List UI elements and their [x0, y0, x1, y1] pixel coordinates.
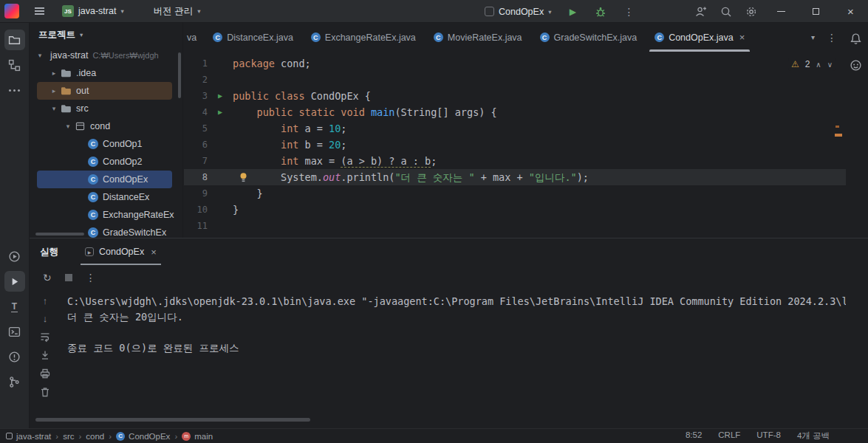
code-line-4[interactable]: 4▶ public static void main(String[] args… — [184, 104, 846, 120]
editor-tab-GradeSwitchEx.java[interactable]: CGradeSwitchEx.java — [531, 23, 646, 52]
encoding-widget[interactable]: UTF-8 — [756, 430, 781, 442]
chevron-right-icon[interactable]: ▸ — [48, 69, 60, 77]
project-vertical-scrollbar[interactable] — [178, 52, 181, 98]
project-panel-header[interactable]: 프로젝트 ▾ — [30, 23, 182, 47]
gutter-cell — [208, 55, 233, 72]
console-output[interactable]: C:\Users\wjdgh\.jdks\openjdk-23.0.1\bin\… — [61, 289, 868, 428]
run-button[interactable]: ▶ — [560, 1, 585, 23]
structure-tool-button[interactable] — [4, 55, 25, 75]
chevron-down-icon[interactable]: ▾ — [48, 105, 60, 112]
tree-item-.idea[interactable]: ▸.idea — [30, 64, 182, 82]
print-icon[interactable] — [39, 368, 51, 380]
code-line-10[interactable]: 10} — [184, 202, 846, 218]
run-tool-button[interactable] — [4, 271, 25, 292]
console-horizontal-scrollbar[interactable] — [35, 418, 310, 422]
todo-tool-button[interactable]: T — [4, 296, 25, 317]
tree-item-cond[interactable]: ▾cond — [30, 117, 182, 135]
chevron-down-icon[interactable]: ▾ — [62, 123, 74, 130]
ai-assistant-button[interactable] — [850, 59, 862, 72]
tree-item-ExchangeRateEx[interactable]: CExchangeRateEx — [30, 206, 182, 224]
project-widget[interactable]: JS java-strat ▾ — [56, 1, 130, 21]
debug-button[interactable] — [588, 1, 613, 23]
run-more-options-icon[interactable]: ⋮ — [86, 272, 96, 284]
up-stack-icon[interactable]: ↑ — [43, 295, 48, 306]
tree-item-java-strat[interactable]: ▾java-stratC:₩Users₩wjdgh — [30, 47, 182, 64]
terminal-tool-button[interactable] — [4, 321, 25, 342]
code-token: 20 — [329, 139, 341, 151]
notifications-button[interactable] — [850, 32, 862, 45]
code-line-1[interactable]: 1package cond; — [184, 55, 846, 72]
code-line-5[interactable]: 5 int a = 10; — [184, 120, 846, 137]
breadcrumb-src[interactable]: src — [63, 432, 74, 441]
code-editor[interactable]: 1package cond;23▶public class CondOpEx {… — [184, 52, 846, 234]
line-separator-widget[interactable]: CRLF — [718, 430, 740, 442]
intention-bulb-icon[interactable] — [239, 172, 248, 182]
code-line-2[interactable]: 2 — [184, 72, 846, 88]
run-widget: CondOpEx ▾ ▶ ⋮ — [479, 0, 641, 23]
tree-item-DistanceEx[interactable]: CDistanceEx — [30, 188, 182, 206]
inspections-widget[interactable]: ⚠ 2 ∧ ∨ — [788, 58, 835, 71]
warning-icon: ⚠ — [791, 59, 799, 69]
class-icon: C — [116, 432, 125, 441]
prev-problem-icon[interactable]: ∧ — [816, 61, 821, 69]
breadcrumb-cond[interactable]: cond — [86, 432, 104, 441]
line-number: 2 — [184, 72, 208, 88]
breadcrumb-CondOpEx[interactable]: CCondOpEx — [116, 432, 170, 441]
run-tab[interactable]: ▶ CondOpEx × — [78, 238, 164, 265]
chevron-right-icon[interactable]: ▸ — [48, 87, 60, 95]
run-line-icon[interactable]: ▶ — [218, 104, 222, 120]
tree-item-CondOpEx[interactable]: CCondOpEx — [30, 171, 182, 188]
project-horizontal-scrollbar[interactable] — [35, 233, 84, 236]
indent-widget[interactable]: 4개 공백 — [797, 430, 830, 442]
run-line-icon[interactable]: ▶ — [218, 88, 222, 104]
code-line-3[interactable]: 3▶public class CondOpEx { — [184, 88, 846, 104]
search-everywhere-button[interactable] — [714, 1, 739, 23]
close-window-button[interactable]: × — [833, 1, 868, 23]
vcs-widget[interactable]: 버전 관리 ▾ — [148, 1, 207, 21]
more-tool-windows-button[interactable] — [4, 80, 25, 100]
next-problem-icon[interactable]: ∨ — [827, 61, 833, 69]
editor-tab-ExchangeRateEx.java[interactable]: CExchangeRateEx.java — [302, 23, 425, 52]
more-run-actions-icon[interactable]: ⋮ — [616, 1, 641, 23]
editor-tab-DistanceEx.java[interactable]: CDistanceEx.java — [204, 23, 302, 52]
tree-item-CondOp1[interactable]: CCondOp1 — [30, 135, 182, 153]
stop-icon[interactable] — [65, 274, 72, 281]
soft-wrap-icon[interactable] — [39, 331, 51, 343]
rerun-icon[interactable]: ↻ — [43, 272, 52, 284]
code-line-7[interactable]: 7 int max = (a > b) ? a : b; — [184, 153, 846, 169]
clear-icon[interactable] — [39, 386, 51, 398]
minimize-icon — [777, 11, 785, 12]
editor-tab-va[interactable]: va — [184, 23, 204, 52]
tree-item-CondOp2[interactable]: CCondOp2 — [30, 153, 182, 171]
code-token: .println( — [341, 171, 394, 183]
tree-item-src[interactable]: ▾src — [30, 100, 182, 117]
editor-options-icon[interactable]: ⋮ — [827, 32, 837, 44]
version-control-tool-button[interactable] — [4, 371, 25, 392]
breadcrumb-main[interactable]: mmain — [182, 432, 213, 441]
editor-tab-CondOpEx.java[interactable]: CCondOpEx.java× — [646, 23, 753, 52]
editor-tab-MovieRateEx.java[interactable]: CMovieRateEx.java — [425, 23, 531, 52]
down-stack-icon[interactable]: ↓ — [43, 313, 48, 324]
project-tool-button[interactable] — [4, 30, 25, 50]
services-tool-button[interactable] — [4, 246, 25, 267]
tree-item-GradeSwitchEx[interactable]: CGradeSwitchEx — [30, 224, 182, 238]
code-line-6[interactable]: 6 int b = 20; — [184, 137, 846, 153]
problems-tool-button[interactable] — [4, 346, 25, 367]
tree-item-out[interactable]: ▸out — [30, 82, 182, 100]
caret-position-widget[interactable]: 8:52 — [686, 430, 702, 442]
close-icon[interactable]: × — [151, 247, 157, 258]
breadcrumb-java-strat[interactable]: java-strat — [6, 432, 51, 441]
code-line-9[interactable]: 9 } — [184, 185, 846, 202]
maximize-button[interactable] — [799, 1, 833, 23]
minimize-button[interactable] — [764, 1, 799, 23]
close-icon[interactable]: × — [739, 32, 745, 43]
code-with-me-button[interactable] — [688, 1, 714, 23]
chevron-down-icon[interactable]: ▾ — [34, 52, 46, 59]
main-menu-icon[interactable] — [30, 1, 49, 21]
run-config-selector[interactable]: CondOpEx ▾ — [479, 2, 557, 21]
settings-button[interactable] — [739, 1, 764, 23]
scroll-to-end-icon[interactable] — [39, 349, 51, 361]
code-line-8[interactable]: 8 System.out.println("더 큰 숫자는 " + max + … — [184, 169, 846, 185]
code-line-11[interactable]: 11 — [184, 218, 846, 234]
hidden-tabs-chevron-icon[interactable]: ▾ — [811, 33, 815, 41]
